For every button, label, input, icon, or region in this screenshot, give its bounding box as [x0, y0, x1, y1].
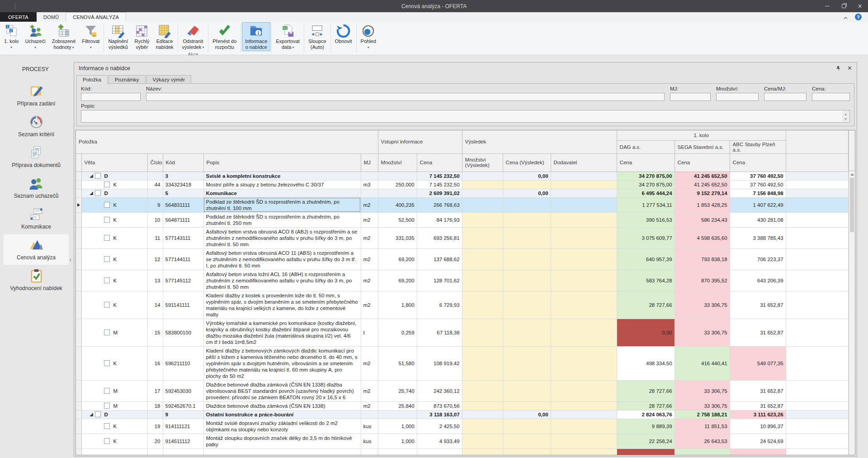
cell-popis[interactable]: Montáž sloupku dopravních značek délky d… — [203, 434, 361, 448]
cell-kod[interactable]: 583800100 — [163, 319, 203, 346]
row-indicator-cell[interactable] — [76, 189, 81, 197]
cell-bid-cena-2[interactable]: 2 758 188,21 — [675, 410, 730, 419]
popis-scrollbar[interactable]: ▲ ▼ — [842, 111, 849, 122]
cell-cena-vysledek[interactable]: 0,00 — [503, 172, 551, 180]
cell-bid-cena-2[interactable]: 11 851,53 — [675, 419, 730, 434]
sidebar-item-komunikace[interactable]: Komunikace — [4, 204, 69, 234]
cell-bid-cena-1[interactable]: 28 727,66 — [617, 291, 675, 319]
cell-bid-cena-3[interactable]: 643 206,39 — [730, 270, 786, 291]
bidder-header[interactable]: ABC Stavby Plzeň a.s. — [730, 140, 786, 153]
cell-dodavatel[interactable] — [551, 270, 617, 291]
cell-cislo[interactable] — [147, 172, 163, 180]
row-indicator-cell[interactable] — [76, 248, 81, 270]
row-checkbox[interactable] — [104, 217, 110, 223]
cell-cislo[interactable]: 11 — [147, 227, 163, 248]
cell-bid-cena-1[interactable]: 34 270 875,00 — [617, 180, 675, 189]
cell-cena[interactable]: 2 609 391,02 — [417, 189, 462, 197]
nazev-field[interactable] — [146, 93, 665, 101]
filter-button[interactable]: Filtrovat▾ — [79, 22, 103, 52]
cell-bid-cena-3[interactable]: 37 760 492,50 — [730, 172, 786, 180]
cell-mnozstvi-vysledek[interactable] — [462, 180, 503, 189]
cell-veta[interactable]: K — [81, 197, 147, 212]
cell-bid-cena-2[interactable]: 1 853 428,25 — [675, 197, 730, 212]
cell-cena[interactable]: 67 118,38 — [417, 319, 462, 346]
cell-dodavatel[interactable] — [551, 180, 617, 189]
row-indicator-cell[interactable] — [76, 270, 81, 291]
edit-bids-button[interactable]: Editacenabídek — [152, 22, 176, 51]
cell-mj[interactable] — [361, 410, 378, 419]
folder-icon[interactable] — [19, 2, 26, 10]
cell-trailing[interactable] — [786, 212, 848, 227]
cell-dodavatel[interactable] — [551, 410, 617, 419]
row-indicator-cell[interactable] — [76, 346, 81, 380]
cell-cena-vysledek[interactable] — [503, 319, 551, 346]
column-header-dodavatel[interactable]: Dodavatel — [551, 153, 617, 172]
cell-cislo[interactable]: 16 — [147, 346, 163, 380]
group-header-vysledek[interactable]: Výsledek — [462, 130, 617, 153]
sidebar-item-cenov-anal-za[interactable]: Cenová analýza — [4, 234, 69, 265]
table-row[interactable]: K20914511112Montáž sloupku dopravních zn… — [76, 434, 849, 448]
cell-trailing[interactable] — [786, 319, 848, 346]
bid-info-button[interactable]: iInformaceo nabídce — [242, 22, 270, 51]
cell-bid-cena-2[interactable]: 870 395,52 — [675, 270, 730, 291]
cell-bid-cena-2[interactable]: 4 598 635,60 — [675, 227, 730, 248]
cell-mnozstvi-vysledek[interactable] — [462, 291, 503, 319]
cell-dodavatel[interactable] — [551, 197, 617, 212]
cell-mnozstvi-vysledek[interactable] — [462, 380, 503, 401]
column-header-kod[interactable]: Kód — [163, 153, 203, 172]
cell-popis[interactable]: Výrobky lomařské a kamenické pro komunik… — [203, 319, 361, 346]
cell-cena-vysledek[interactable] — [503, 291, 551, 319]
cell-dodavatel[interactable] — [551, 401, 617, 410]
cell-popis[interactable]: Asfaltový beton vrstva ložní ACL 16 (ABH… — [203, 270, 361, 291]
table-row[interactable]: K44334323418Mostní pilíře a sloupy z bet… — [76, 180, 849, 189]
sidebar-item-vyhodnocen-nab-dek[interactable]: Vyhodnocení nabídek — [4, 265, 69, 296]
cell-bid-cena-3[interactable]: 3 388 785,43 — [730, 227, 786, 248]
cell-kod[interactable]: 596211110 — [163, 346, 203, 380]
row-checkbox[interactable] — [95, 190, 101, 196]
ribbon-tab-oferta[interactable]: OFERTA — [0, 12, 37, 22]
cell-popis[interactable]: Ostatní konstrukce a práce-bourání — [203, 410, 361, 419]
column-header-mnozstvi_v[interactable]: Množství (Výsledek) — [462, 153, 503, 172]
table-row[interactable]: K11577143111Asfaltový beton vrstva obrus… — [76, 227, 849, 248]
sidebar-item-p-prava-zad-n-[interactable]: Příprava zadání — [4, 81, 69, 111]
cell-mnozstvi[interactable] — [378, 172, 417, 180]
cell-kod[interactable]: 564831111 — [163, 197, 203, 212]
cell-mnozstvi[interactable]: 1,000 — [378, 434, 417, 448]
kod-field[interactable] — [81, 93, 141, 101]
cell-mj[interactable] — [361, 172, 378, 180]
cell-cena[interactable]: 693 256,81 — [417, 227, 462, 248]
cell-bid-cena-1[interactable]: 34 270 875,00 — [617, 172, 675, 180]
export-data-button[interactable]: XLSExportovatdata ▾ — [273, 22, 303, 52]
cell-bid-cena-1[interactable]: 2 824 063,76 — [617, 410, 675, 419]
cell-popis[interactable]: Mostní pilíře a sloupy z betonu železové… — [203, 180, 361, 189]
cell-dodavatel[interactable] — [551, 212, 617, 227]
cell-bid-cena-3[interactable]: 7 156 848,98 — [730, 189, 786, 197]
cell-trailing[interactable] — [786, 380, 848, 401]
cell-trailing[interactable] — [786, 291, 848, 319]
cell-dodavatel[interactable] — [551, 227, 617, 248]
table-row[interactable]: M17592453030Dlaždice betonové dlažba zám… — [76, 380, 849, 401]
cell-bid-cena-3[interactable]: 706 223,37 — [730, 248, 786, 270]
fill-results-button[interactable]: Naplněnívýsledků — [105, 22, 131, 51]
cell-cena-vysledek[interactable]: 0,00 — [503, 189, 551, 197]
cell-mnozstvi[interactable] — [378, 189, 417, 197]
column-header-cena[interactable]: Cena — [417, 153, 462, 172]
cell-mnozstvi[interactable] — [378, 410, 417, 419]
displayed-values-button[interactable]: Zobrazenéhodnoty ▾ — [49, 22, 79, 52]
cell-mj[interactable]: t — [361, 319, 378, 346]
cell-bid-cena-3[interactable]: 24 524,69 — [730, 434, 786, 448]
close-button[interactable]: × — [852, 0, 868, 12]
expand-icon[interactable] — [90, 174, 93, 178]
cell-mj[interactable]: m2 — [361, 212, 378, 227]
cell-bid-cena-2[interactable]: 9 152 279,14 — [675, 189, 730, 197]
scroll-down-icon[interactable]: ▼ — [844, 117, 847, 120]
columns-auto-button[interactable]: Sloupce(Auto) — [305, 22, 330, 51]
cell-veta[interactable]: K — [81, 227, 147, 248]
cell-mj[interactable]: m3 — [361, 180, 378, 189]
cell-kod[interactable]: 577143111 — [163, 227, 203, 248]
bidders-button[interactable]: Uchazeči▾ — [22, 22, 48, 52]
cell-cena-vysledek[interactable] — [503, 434, 551, 448]
panel-tab-polo-ka[interactable]: Položka — [76, 75, 108, 84]
cell-mnozstvi[interactable]: 400,235 — [378, 197, 417, 212]
cell-bid-cena-3[interactable]: 31 652,87 — [730, 401, 786, 410]
